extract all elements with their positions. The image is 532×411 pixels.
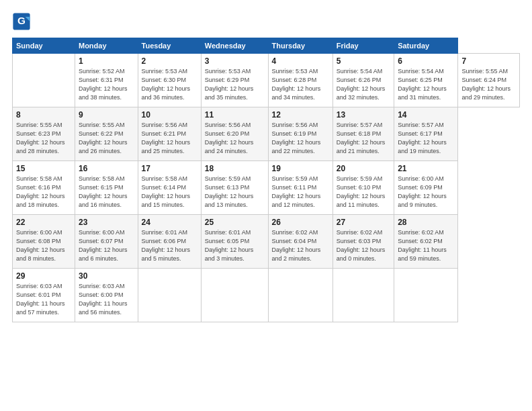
calendar-cell: 23 Sunrise: 6:00 AMSunset: 6:07 PMDaylig…	[75, 215, 138, 269]
day-number: 1	[79, 56, 134, 66]
day-number: 12	[272, 110, 329, 120]
calendar-cell: 7 Sunrise: 5:55 AMSunset: 6:24 PMDayligh…	[458, 54, 520, 107]
logo-icon: G	[12, 12, 31, 31]
day-info: Sunrise: 5:55 AMSunset: 6:24 PMDaylight:…	[461, 67, 516, 102]
day-number: 23	[79, 218, 134, 227]
weekday-header-monday: Monday	[75, 38, 138, 54]
day-number: 17	[142, 164, 197, 173]
calendar-cell: 3 Sunrise: 5:53 AMSunset: 6:29 PMDayligh…	[201, 54, 268, 107]
calendar-cell: 21 Sunrise: 6:00 AMSunset: 6:09 PMDaylig…	[394, 161, 458, 215]
day-info: Sunrise: 5:55 AMSunset: 6:23 PMDaylight:…	[16, 121, 71, 156]
calendar-cell	[394, 269, 458, 322]
weekday-header-saturday: Saturday	[394, 38, 458, 54]
day-info: Sunrise: 5:59 AMSunset: 6:13 PMDaylight:…	[205, 175, 265, 210]
day-number: 16	[79, 164, 134, 173]
day-number: 22	[16, 218, 71, 227]
day-number: 18	[205, 164, 265, 173]
calendar-cell: 30 Sunrise: 6:03 AMSunset: 6:00 PMDaylig…	[75, 269, 138, 322]
day-number: 21	[398, 164, 454, 173]
day-info: Sunrise: 6:02 AMSunset: 6:02 PMDaylight:…	[398, 228, 454, 263]
day-info: Sunrise: 5:59 AMSunset: 6:11 PMDaylight:…	[272, 175, 329, 210]
weekday-header-sunday: Sunday	[13, 38, 75, 54]
day-number: 29	[16, 271, 71, 281]
day-number: 26	[272, 218, 329, 227]
day-info: Sunrise: 6:02 AMSunset: 6:04 PMDaylight:…	[272, 228, 329, 263]
calendar-cell	[332, 269, 394, 322]
calendar-cell: 28 Sunrise: 6:02 AMSunset: 6:02 PMDaylig…	[394, 215, 458, 269]
calendar-cell: 14 Sunrise: 5:57 AMSunset: 6:17 PMDaylig…	[394, 107, 458, 161]
day-number: 24	[142, 218, 197, 227]
day-number: 27	[337, 218, 390, 227]
day-number: 6	[398, 56, 454, 66]
calendar-cell: 26 Sunrise: 6:02 AMSunset: 6:04 PMDaylig…	[268, 215, 332, 269]
calendar-cell: 17 Sunrise: 5:58 AMSunset: 6:14 PMDaylig…	[138, 161, 201, 215]
day-number: 13	[337, 110, 390, 120]
weekday-header-wednesday: Wednesday	[201, 38, 268, 54]
calendar-cell: 2 Sunrise: 5:53 AMSunset: 6:30 PMDayligh…	[138, 54, 201, 107]
day-info: Sunrise: 5:53 AMSunset: 6:28 PMDaylight:…	[272, 67, 329, 102]
calendar-cell: 13 Sunrise: 5:57 AMSunset: 6:18 PMDaylig…	[332, 107, 394, 161]
calendar-cell: 16 Sunrise: 5:58 AMSunset: 6:15 PMDaylig…	[75, 161, 138, 215]
day-info: Sunrise: 6:03 AMSunset: 6:01 PMDaylight:…	[16, 282, 71, 317]
day-number: 30	[79, 271, 134, 281]
calendar-cell: 20 Sunrise: 5:59 AMSunset: 6:10 PMDaylig…	[332, 161, 394, 215]
day-info: Sunrise: 5:58 AMSunset: 6:14 PMDaylight:…	[142, 175, 197, 210]
calendar-cell	[268, 269, 332, 322]
day-info: Sunrise: 6:03 AMSunset: 6:00 PMDaylight:…	[79, 282, 134, 317]
calendar-cell	[138, 269, 201, 322]
day-number: 9	[79, 110, 134, 120]
day-info: Sunrise: 6:02 AMSunset: 6:03 PMDaylight:…	[337, 228, 390, 263]
calendar-cell: 12 Sunrise: 5:56 AMSunset: 6:19 PMDaylig…	[268, 107, 332, 161]
day-info: Sunrise: 5:55 AMSunset: 6:22 PMDaylight:…	[79, 121, 134, 156]
day-number: 2	[142, 56, 197, 66]
calendar-cell: 9 Sunrise: 5:55 AMSunset: 6:22 PMDayligh…	[75, 107, 138, 161]
day-number: 10	[142, 110, 197, 120]
day-number: 7	[461, 56, 516, 66]
calendar-cell: 25 Sunrise: 6:01 AMSunset: 6:05 PMDaylig…	[201, 215, 268, 269]
logo: G	[12, 12, 34, 31]
day-number: 28	[398, 218, 454, 227]
calendar-cell: 10 Sunrise: 5:56 AMSunset: 6:21 PMDaylig…	[138, 107, 201, 161]
day-info: Sunrise: 6:00 AMSunset: 6:07 PMDaylight:…	[79, 228, 134, 263]
svg-text:G: G	[17, 15, 26, 26]
day-info: Sunrise: 5:58 AMSunset: 6:16 PMDaylight:…	[16, 175, 71, 210]
day-number: 20	[337, 164, 390, 173]
weekday-header-thursday: Thursday	[268, 38, 332, 54]
day-info: Sunrise: 5:58 AMSunset: 6:15 PMDaylight:…	[79, 175, 134, 210]
day-number: 5	[337, 56, 390, 66]
calendar-cell: 8 Sunrise: 5:55 AMSunset: 6:23 PMDayligh…	[13, 107, 75, 161]
day-info: Sunrise: 5:53 AMSunset: 6:30 PMDaylight:…	[142, 67, 197, 102]
weekday-header-tuesday: Tuesday	[138, 38, 201, 54]
calendar-cell: 22 Sunrise: 6:00 AMSunset: 6:08 PMDaylig…	[13, 215, 75, 269]
day-info: Sunrise: 5:56 AMSunset: 6:20 PMDaylight:…	[205, 121, 265, 156]
day-info: Sunrise: 6:01 AMSunset: 6:05 PMDaylight:…	[205, 228, 265, 263]
day-info: Sunrise: 5:53 AMSunset: 6:29 PMDaylight:…	[205, 67, 265, 102]
calendar-cell: 18 Sunrise: 5:59 AMSunset: 6:13 PMDaylig…	[201, 161, 268, 215]
calendar-cell: 27 Sunrise: 6:02 AMSunset: 6:03 PMDaylig…	[332, 215, 394, 269]
calendar-cell: 5 Sunrise: 5:54 AMSunset: 6:26 PMDayligh…	[332, 54, 394, 107]
day-number: 4	[272, 56, 329, 66]
day-number: 3	[205, 56, 265, 66]
empty-cell	[13, 54, 75, 107]
day-info: Sunrise: 6:00 AMSunset: 6:08 PMDaylight:…	[16, 228, 71, 263]
day-info: Sunrise: 5:54 AMSunset: 6:26 PMDaylight:…	[337, 67, 390, 102]
weekday-header-friday: Friday	[332, 38, 394, 54]
day-info: Sunrise: 5:56 AMSunset: 6:19 PMDaylight:…	[272, 121, 329, 156]
calendar-cell: 24 Sunrise: 6:01 AMSunset: 6:06 PMDaylig…	[138, 215, 201, 269]
calendar-cell: 15 Sunrise: 5:58 AMSunset: 6:16 PMDaylig…	[13, 161, 75, 215]
calendar-table: SundayMondayTuesdayWednesdayThursdayFrid…	[12, 38, 520, 322]
calendar-cell: 6 Sunrise: 5:54 AMSunset: 6:25 PMDayligh…	[394, 54, 458, 107]
day-info: Sunrise: 6:00 AMSunset: 6:09 PMDaylight:…	[398, 175, 454, 210]
day-number: 19	[272, 164, 329, 173]
calendar-cell: 11 Sunrise: 5:56 AMSunset: 6:20 PMDaylig…	[201, 107, 268, 161]
day-info: Sunrise: 6:01 AMSunset: 6:06 PMDaylight:…	[142, 228, 197, 263]
day-info: Sunrise: 5:54 AMSunset: 6:25 PMDaylight:…	[398, 67, 454, 102]
day-number: 11	[205, 110, 265, 120]
day-number: 15	[16, 164, 71, 173]
calendar-cell: 1 Sunrise: 5:52 AMSunset: 6:31 PMDayligh…	[75, 54, 138, 107]
calendar-cell: 4 Sunrise: 5:53 AMSunset: 6:28 PMDayligh…	[268, 54, 332, 107]
calendar-cell: 29 Sunrise: 6:03 AMSunset: 6:01 PMDaylig…	[13, 269, 75, 322]
day-info: Sunrise: 5:57 AMSunset: 6:18 PMDaylight:…	[337, 121, 390, 156]
day-number: 25	[205, 218, 265, 227]
day-info: Sunrise: 5:57 AMSunset: 6:17 PMDaylight:…	[398, 121, 454, 156]
